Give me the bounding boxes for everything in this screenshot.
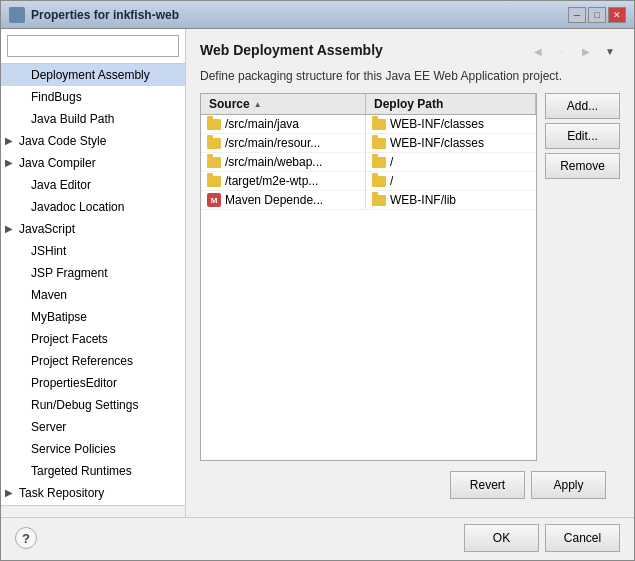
- footer-right: OK Cancel: [464, 524, 620, 552]
- title-bar: Properties for inkfish-web ─ □ ✕: [1, 1, 634, 29]
- sidebar-item-label: Targeted Runtimes: [31, 462, 132, 480]
- sidebar-item[interactable]: Project References: [1, 350, 185, 372]
- sidebar-item-label: MyBatipse: [31, 308, 87, 326]
- add-button[interactable]: Add...: [545, 93, 620, 119]
- sidebar-item[interactable]: Deployment Assembly: [1, 64, 185, 86]
- sidebar-item-label: Maven: [31, 286, 67, 304]
- sidebar-item-label: Java Code Style: [19, 132, 106, 150]
- apply-button[interactable]: Apply: [531, 471, 606, 499]
- remove-button[interactable]: Remove: [545, 153, 620, 179]
- maven-icon: M: [207, 193, 221, 207]
- edit-button[interactable]: Edit...: [545, 123, 620, 149]
- source-cell: /src/main/resour...: [201, 134, 366, 152]
- source-cell: /src/main/java: [201, 115, 366, 133]
- sidebar-item-label: Javadoc Location: [31, 198, 124, 216]
- sidebar-item[interactable]: MyBatipse: [1, 306, 185, 328]
- sidebar-item[interactable]: FindBugs: [1, 86, 185, 108]
- sidebar-item-label: Run/Debug Settings: [31, 396, 138, 414]
- sidebar-item-label: FindBugs: [31, 88, 82, 106]
- sidebar-item-label: Java Build Path: [31, 110, 114, 128]
- deployment-table: Source ▲ Deploy Path /src/main/javaWEB-I…: [200, 93, 537, 461]
- table-row[interactable]: MMaven Depende...WEB-INF/lib: [201, 191, 536, 210]
- source-cell: MMaven Depende...: [201, 191, 366, 209]
- main-description: Define packaging structure for this Java…: [200, 69, 620, 83]
- sidebar-item-label: Java Compiler: [19, 154, 96, 172]
- table-row[interactable]: /src/main/resour...WEB-INF/classes: [201, 134, 536, 153]
- sidebar-item-label: Server: [31, 418, 66, 436]
- folder-icon: [372, 176, 386, 187]
- source-column-header: Source ▲: [201, 94, 366, 114]
- sidebar-item[interactable]: Service Policies: [1, 438, 185, 460]
- deploy-cell: /: [366, 172, 536, 190]
- forward-button[interactable]: ▶: [576, 41, 596, 61]
- dropdown-button[interactable]: ▼: [600, 41, 620, 61]
- title-text: Properties for inkfish-web: [31, 8, 179, 22]
- properties-icon: [9, 7, 25, 23]
- table-header: Source ▲ Deploy Path: [201, 94, 536, 115]
- sidebar-item[interactable]: Targeted Runtimes: [1, 460, 185, 482]
- sort-icon: ▲: [254, 100, 262, 109]
- sidebar-item[interactable]: Maven: [1, 284, 185, 306]
- folder-icon: [207, 176, 221, 187]
- table-row[interactable]: /src/main/webap.../: [201, 153, 536, 172]
- folder-icon: [372, 119, 386, 130]
- sidebar-item[interactable]: Java Build Path: [1, 108, 185, 130]
- source-cell: /src/main/webap...: [201, 153, 366, 171]
- sidebar-item[interactable]: ▶Java Code Style: [1, 130, 185, 152]
- dialog-body: Deployment AssemblyFindBugsJava Build Pa…: [1, 29, 634, 517]
- sidebar-item[interactable]: Run/Debug Settings: [1, 394, 185, 416]
- sidebar-item[interactable]: ▶JavaScript: [1, 218, 185, 240]
- sidebar-item-label: Deployment Assembly: [31, 66, 150, 84]
- folder-icon: [207, 157, 221, 168]
- sidebar-item[interactable]: ▶Java Compiler: [1, 152, 185, 174]
- folder-icon: [207, 138, 221, 149]
- sidebar-item[interactable]: PropertiesEditor: [1, 372, 185, 394]
- sidebar-list: Deployment AssemblyFindBugsJava Build Pa…: [1, 64, 185, 505]
- sidebar-item-label: Project Facets: [31, 330, 108, 348]
- bottom-buttons: Revert Apply: [200, 461, 620, 505]
- deploy-column-header: Deploy Path: [366, 94, 536, 114]
- footer: ? OK Cancel: [1, 517, 634, 560]
- section-header: Web Deployment Assembly ◀ · ▶ ▼: [200, 41, 620, 65]
- sidebar-item-label: JSHint: [31, 242, 66, 260]
- sidebar-item-label: Java Editor: [31, 176, 91, 194]
- nav-icons: ◀ · ▶ ▼: [528, 41, 620, 61]
- sidebar-item[interactable]: JSP Fragment: [1, 262, 185, 284]
- sidebar-item[interactable]: Server: [1, 416, 185, 438]
- sidebar-item[interactable]: Project Facets: [1, 328, 185, 350]
- main-content: Web Deployment Assembly ◀ · ▶ ▼ Define p…: [186, 29, 634, 517]
- sidebar-item-label: PropertiesEditor: [31, 374, 117, 392]
- dialog-window: Properties for inkfish-web ─ □ ✕ Deploym…: [0, 0, 635, 561]
- sidebar-scrollbar[interactable]: [1, 505, 185, 517]
- help-button[interactable]: ?: [15, 527, 37, 549]
- back-button[interactable]: ◀: [528, 41, 548, 61]
- folder-icon: [372, 138, 386, 149]
- sidebar-item-label: Service Policies: [31, 440, 116, 458]
- sidebar-item[interactable]: ▶Task Repository: [1, 482, 185, 504]
- sidebar: Deployment AssemblyFindBugsJava Build Pa…: [1, 29, 186, 517]
- deploy-cell: WEB-INF/classes: [366, 115, 536, 133]
- sidebar-item-label: Project References: [31, 352, 133, 370]
- minimize-button[interactable]: ─: [568, 7, 586, 23]
- table-body: /src/main/javaWEB-INF/classes/src/main/r…: [201, 115, 536, 460]
- sidebar-item-label: JSP Fragment: [31, 264, 107, 282]
- main-title: Web Deployment Assembly: [200, 42, 383, 58]
- expand-arrow-icon: ▶: [5, 132, 15, 150]
- separator-icon: ·: [552, 41, 572, 61]
- revert-button[interactable]: Revert: [450, 471, 525, 499]
- deploy-cell: WEB-INF/classes: [366, 134, 536, 152]
- table-row[interactable]: /src/main/javaWEB-INF/classes: [201, 115, 536, 134]
- source-cell: /target/m2e-wtp...: [201, 172, 366, 190]
- title-buttons: ─ □ ✕: [568, 7, 626, 23]
- folder-icon: [372, 157, 386, 168]
- sidebar-item[interactable]: JSHint: [1, 240, 185, 262]
- search-input[interactable]: [7, 35, 179, 57]
- sidebar-item-label: Task Repository: [19, 484, 104, 502]
- sidebar-item[interactable]: Javadoc Location: [1, 196, 185, 218]
- close-button[interactable]: ✕: [608, 7, 626, 23]
- maximize-button[interactable]: □: [588, 7, 606, 23]
- ok-button[interactable]: OK: [464, 524, 539, 552]
- table-row[interactable]: /target/m2e-wtp.../: [201, 172, 536, 191]
- sidebar-item[interactable]: Java Editor: [1, 174, 185, 196]
- cancel-button[interactable]: Cancel: [545, 524, 620, 552]
